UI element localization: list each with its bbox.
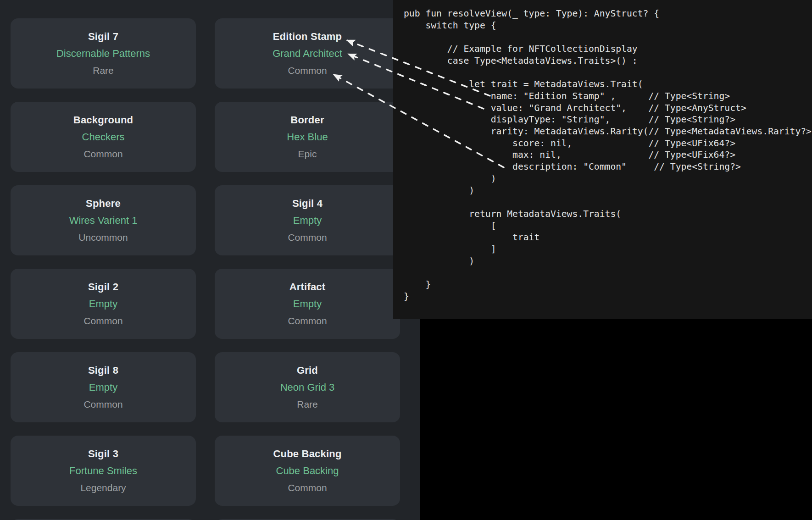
trait-name: Sigil 2: [88, 282, 118, 293]
trait-rarity: Legendary: [80, 482, 126, 493]
trait-name: Sphere: [86, 198, 121, 209]
trait-rarity: Common: [288, 65, 327, 76]
trait-value: Wires Varient 1: [69, 215, 138, 226]
trait-card: ArtifactEmptyCommon: [215, 269, 400, 339]
trait-card: Cube BackingCube BackingCommon: [215, 436, 400, 506]
trait-rarity: Common: [83, 315, 122, 326]
traits-grid: Sigil 7Discernable PatternsRareEdition S…: [11, 18, 400, 520]
trait-card: Edition StampGrand ArchitectCommon: [215, 18, 400, 89]
trait-value: Neon Grid 3: [280, 382, 335, 393]
trait-card: SphereWires Varient 1Uncommon: [11, 185, 196, 255]
trait-card: Sigil 2EmptyCommon: [11, 269, 196, 339]
trait-rarity: Common: [288, 482, 327, 493]
trait-value: Empty: [293, 299, 322, 310]
trait-value: Empty: [293, 215, 322, 226]
trait-name: Sigil 7: [88, 31, 118, 42]
trait-card: Sigil 7Discernable PatternsRare: [11, 18, 196, 89]
trait-value: Empty: [89, 382, 117, 393]
trait-card: Sigil 8EmptyCommon: [11, 352, 196, 422]
trait-name: Edition Stamp: [273, 31, 342, 42]
trait-name: Artifact: [289, 282, 326, 293]
trait-name: Border: [290, 115, 324, 126]
trait-card: BorderHex BlueEpic: [215, 102, 400, 172]
trait-value: Discernable Patterns: [56, 48, 150, 59]
trait-value: Checkers: [82, 132, 125, 143]
trait-name: Cube Backing: [273, 448, 341, 459]
trait-value: Hex Blue: [287, 132, 328, 143]
trait-value: Fortune Smiles: [69, 465, 137, 476]
trait-rarity: Common: [83, 149, 122, 159]
trait-name: Background: [73, 115, 133, 126]
code-panel: pub fun resolveView(_ type: Type): AnySt…: [393, 0, 812, 319]
trait-name: Sigil 8: [88, 365, 118, 376]
trait-card: BackgroundCheckersCommon: [11, 102, 196, 172]
trait-rarity: Epic: [298, 149, 317, 159]
trait-rarity: Common: [83, 399, 122, 409]
trait-value: Grand Architect: [273, 48, 342, 59]
trait-card: GridNeon Grid 3Rare: [215, 352, 400, 422]
trait-rarity: Rare: [297, 399, 318, 409]
trait-rarity: Common: [288, 315, 327, 326]
trait-name: Sigil 3: [88, 448, 118, 459]
trait-name: Sigil 4: [292, 198, 323, 209]
trait-rarity: Uncommon: [78, 232, 128, 243]
trait-name: Grid: [297, 365, 318, 376]
trait-rarity: Rare: [93, 65, 114, 76]
trait-rarity: Common: [288, 232, 327, 243]
trait-value: Cube Backing: [276, 465, 339, 476]
trait-value: Empty: [89, 299, 117, 310]
trait-card: Sigil 3Fortune SmilesLegendary: [11, 436, 196, 506]
black-region: [420, 319, 812, 520]
code-block: pub fun resolveView(_ type: Type): AnySt…: [393, 0, 812, 303]
trait-card: Sigil 4EmptyCommon: [215, 185, 400, 255]
